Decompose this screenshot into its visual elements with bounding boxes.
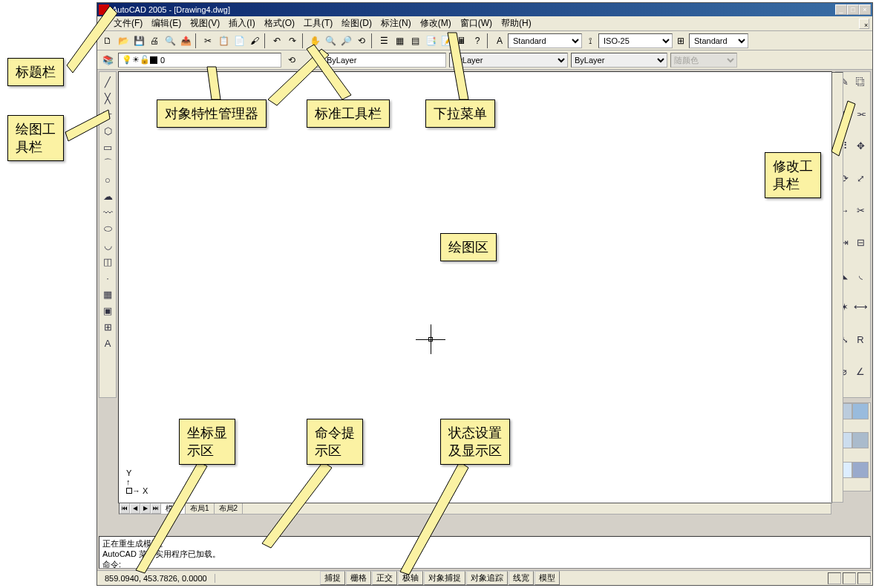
tab-nav-last[interactable]: ⏭ bbox=[151, 503, 161, 514]
doc-close-button[interactable]: × bbox=[859, 19, 869, 29]
tray-icon-1[interactable] bbox=[828, 572, 841, 584]
callout-drawarea: 绘图区 bbox=[440, 233, 497, 261]
coordinates-display[interactable]: 859.0940, 453.7826, 0.0000 bbox=[97, 574, 215, 583]
callout-coordarea: 坐标显 示区 bbox=[179, 419, 235, 465]
zoom-rt-icon[interactable]: 🔍 bbox=[323, 33, 338, 48]
callout-statusarea: 状态设置 及显示区 bbox=[440, 419, 510, 465]
sheetset-icon[interactable]: 📑 bbox=[423, 33, 438, 48]
properties-icon[interactable]: ☰ bbox=[376, 33, 391, 48]
tab-nav-next[interactable]: ▶ bbox=[140, 503, 151, 514]
zoom-win-icon[interactable]: 🔎 bbox=[339, 33, 353, 48]
block-icon[interactable]: ◫ bbox=[99, 253, 116, 270]
callout-stdtb: 标准工具栏 bbox=[307, 99, 390, 128]
menu-window[interactable]: 窗口(W) bbox=[456, 16, 497, 31]
callout-titlebar: 标题栏 bbox=[7, 58, 64, 86]
region-icon[interactable]: ▣ bbox=[99, 302, 116, 318]
tab-nav-first[interactable]: ⏮ bbox=[120, 503, 130, 514]
dim-linear-icon[interactable]: ⟷ bbox=[852, 299, 869, 316]
zoom-prev-icon[interactable]: ⟲ bbox=[354, 33, 369, 48]
fillet-icon[interactable]: ◟ bbox=[852, 267, 869, 283]
dim-angular-icon[interactable]: ∠ bbox=[852, 364, 869, 380]
table-style-select[interactable]: Standard bbox=[689, 33, 748, 48]
dim-radius-icon[interactable]: R bbox=[852, 331, 869, 347]
designcenter-icon[interactable]: ▦ bbox=[392, 33, 407, 48]
svg-marker-0 bbox=[67, 6, 117, 73]
ucs-icon: Y ↑ → X bbox=[126, 468, 148, 495]
callout-drawtb: 绘图工 具栏 bbox=[7, 115, 64, 161]
close-button[interactable]: × bbox=[859, 4, 871, 15]
callout-propmgr: 对象特性管理器 bbox=[157, 99, 267, 128]
mtext-icon[interactable]: A bbox=[99, 335, 116, 351]
hatch-icon[interactable]: ▦ bbox=[99, 286, 116, 302]
point-icon[interactable]: · bbox=[99, 270, 116, 286]
table-icon[interactable]: ⊞ bbox=[99, 318, 116, 335]
callout-cmdarea: 命令提 示区 bbox=[307, 419, 363, 465]
tray-icon-2[interactable] bbox=[843, 572, 856, 584]
menu-draw[interactable]: 绘图(D) bbox=[337, 16, 376, 31]
menu-dim[interactable]: 标注(N) bbox=[376, 16, 416, 31]
copy-icon[interactable]: ⿻ bbox=[852, 74, 869, 90]
menu-modify[interactable]: 修改(M) bbox=[416, 16, 456, 31]
maximize-button[interactable]: □ bbox=[847, 4, 859, 15]
titlebar: AutoCAD 2005 - [Drawing4.dwg] _ □ × bbox=[97, 3, 872, 16]
menu-tools[interactable]: 工具(T) bbox=[299, 16, 337, 31]
tab-nav-prev[interactable]: ◀ bbox=[130, 503, 140, 514]
window-title: AutoCAD 2005 - [Drawing4.dwg] bbox=[112, 3, 230, 16]
application-window: AutoCAD 2005 - [Drawing4.dwg] _ □ × 文件(F… bbox=[97, 2, 873, 586]
menu-help[interactable]: 帮助(H) bbox=[497, 16, 536, 31]
callout-modtb: 修改工 具栏 bbox=[765, 152, 821, 198]
break-icon[interactable]: ⊟ bbox=[852, 235, 869, 251]
callout-pulldown: 下拉菜单 bbox=[425, 99, 495, 128]
toolpalettes-icon[interactable]: ▤ bbox=[408, 33, 422, 48]
tray-icon-3[interactable] bbox=[857, 572, 871, 584]
minimize-button[interactable]: _ bbox=[835, 4, 847, 15]
